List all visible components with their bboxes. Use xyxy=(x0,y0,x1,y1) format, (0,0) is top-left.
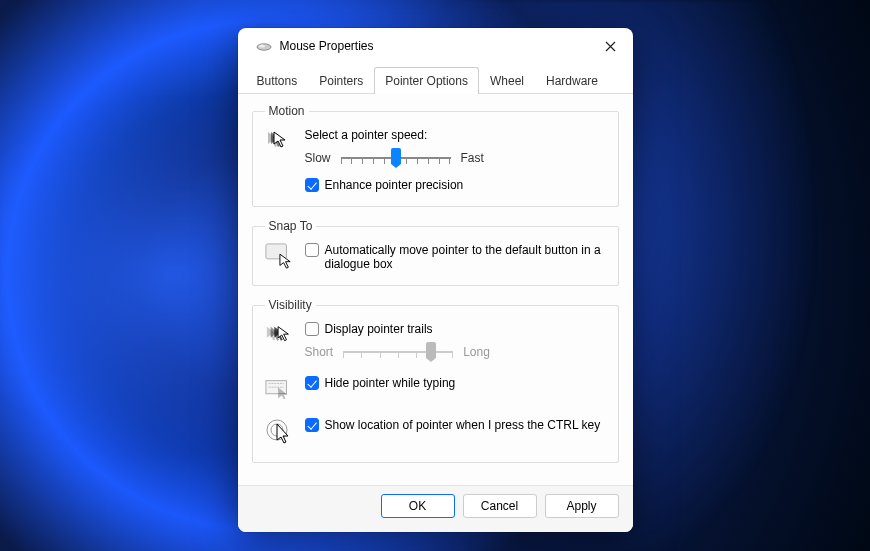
trails-icon xyxy=(265,322,293,350)
svg-point-1 xyxy=(259,44,265,47)
tab-wheel[interactable]: Wheel xyxy=(479,67,535,94)
checkbox-icon xyxy=(305,322,319,336)
dialog-footer: OK Cancel Apply xyxy=(238,485,633,532)
visibility-group: Visibility Display pointer trails xyxy=(252,298,619,463)
hide-while-typing-checkbox[interactable]: Hide pointer while typing xyxy=(305,376,606,390)
checkbox-icon xyxy=(305,178,319,192)
cancel-button[interactable]: Cancel xyxy=(463,494,537,518)
speed-slow-label: Slow xyxy=(305,151,331,165)
ctrl-locate-icon xyxy=(265,418,293,446)
motion-legend: Motion xyxy=(265,104,309,118)
motion-group: Motion Select a pointer speed: Slow xyxy=(252,104,619,207)
window-title: Mouse Properties xyxy=(280,39,603,53)
ok-button[interactable]: OK xyxy=(381,494,455,518)
tab-pointers[interactable]: Pointers xyxy=(308,67,374,94)
motion-icon xyxy=(265,128,293,156)
checkbox-icon xyxy=(305,243,319,257)
snap-to-checkbox[interactable]: Automatically move pointer to the defaul… xyxy=(305,243,606,271)
pointer-speed-slider[interactable] xyxy=(341,148,451,168)
pointer-trails-slider xyxy=(343,342,453,362)
pointer-trails-checkbox[interactable]: Display pointer trails xyxy=(305,322,606,336)
trails-long-label: Long xyxy=(463,345,490,359)
trails-short-label: Short xyxy=(305,345,334,359)
tab-hardware[interactable]: Hardware xyxy=(535,67,609,94)
apply-button[interactable]: Apply xyxy=(545,494,619,518)
tab-pointer-options[interactable]: Pointer Options xyxy=(374,67,479,94)
titlebar: Mouse Properties xyxy=(238,28,633,62)
enhance-precision-checkbox[interactable]: Enhance pointer precision xyxy=(305,178,606,192)
motion-prompt: Select a pointer speed: xyxy=(305,128,606,142)
snap-to-group: Snap To Automatically move pointer to th… xyxy=(252,219,619,286)
close-button[interactable] xyxy=(603,38,619,54)
mouse-icon xyxy=(256,41,272,51)
tab-buttons[interactable]: Buttons xyxy=(246,67,309,94)
show-location-ctrl-checkbox[interactable]: Show location of pointer when I press th… xyxy=(305,418,606,432)
hide-typing-icon xyxy=(265,376,293,404)
visibility-legend: Visibility xyxy=(265,298,316,312)
checkbox-icon xyxy=(305,376,319,390)
snap-to-legend: Snap To xyxy=(265,219,317,233)
dialog-body: Motion Select a pointer speed: Slow xyxy=(238,94,633,485)
snap-to-icon xyxy=(265,243,293,271)
mouse-properties-window: Mouse Properties Buttons Pointers Pointe… xyxy=(238,28,633,532)
checkbox-icon xyxy=(305,418,319,432)
speed-fast-label: Fast xyxy=(461,151,484,165)
tab-strip: Buttons Pointers Pointer Options Wheel H… xyxy=(238,66,633,94)
